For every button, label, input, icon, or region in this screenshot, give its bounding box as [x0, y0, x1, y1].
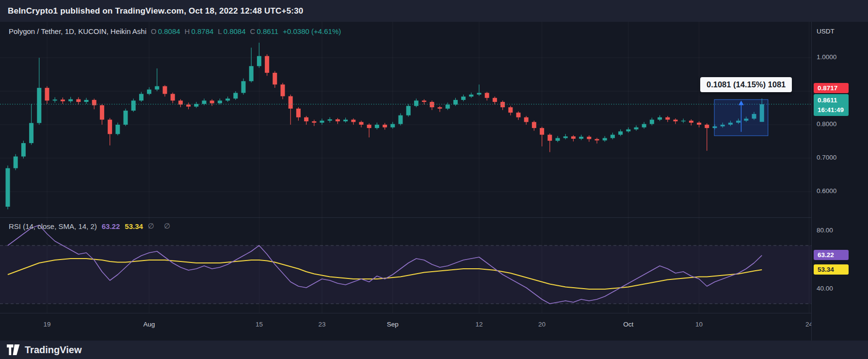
price-tick-0.8000: 0.8000	[817, 120, 836, 128]
tradingview-published-chart: BeInCrypto1 published on TradingView.com…	[0, 0, 868, 359]
price-pane[interactable]	[0, 22, 811, 217]
candle	[547, 135, 552, 141]
candle	[225, 98, 230, 100]
candle	[84, 100, 89, 102]
candle	[485, 93, 489, 98]
rsi-sma-value: 53.34	[125, 222, 143, 230]
measurement-label[interactable]: 0.1081 (14.15%) 1081	[700, 77, 792, 92]
footer: TradingView	[0, 341, 868, 359]
candle	[587, 137, 591, 139]
rsi-pane[interactable]	[0, 217, 811, 313]
candle	[658, 117, 662, 120]
price-axis[interactable]: USDT 0.8717 0.8611 16:41:49 63.22 53.34 …	[811, 22, 868, 341]
candle	[469, 95, 473, 97]
candle	[446, 105, 450, 109]
candle	[430, 102, 434, 107]
time-tick-19: 19	[43, 321, 50, 328]
candle	[265, 56, 269, 73]
candle	[320, 121, 324, 123]
candle	[595, 139, 599, 141]
candle	[343, 120, 348, 121]
rsi-title[interactable]: RSI (14, close, SMA, 14, 2)	[9, 222, 97, 230]
candle	[328, 119, 332, 121]
symbol-title[interactable]: Polygon / Tether, 1D, KUCOIN, Heikin Ash…	[9, 27, 146, 35]
high-value: 0.8784	[191, 27, 213, 35]
tradingview-logo-icon[interactable]	[7, 344, 20, 356]
time-tick-10: 10	[695, 321, 703, 328]
candle	[289, 96, 293, 109]
time-tick-23: 23	[318, 321, 325, 328]
time-tick-12: 12	[475, 321, 482, 328]
time-tick-aug: Aug	[144, 321, 155, 328]
candle	[186, 105, 191, 107]
candle	[500, 102, 505, 107]
candle	[414, 100, 418, 106]
candle	[532, 122, 536, 128]
candle	[249, 66, 254, 81]
candle	[390, 124, 395, 128]
tradingview-wordmark[interactable]: TradingView	[25, 344, 81, 356]
candle	[681, 121, 686, 122]
time-axis[interactable]: 19Aug1523Sep1220Oct1024	[0, 313, 811, 341]
candle	[257, 56, 261, 66]
candle	[210, 100, 214, 103]
candle	[233, 93, 238, 98]
candle	[375, 125, 379, 128]
price-tick-1.0000: 1.0000	[817, 53, 836, 61]
candle	[359, 122, 364, 125]
candle	[45, 88, 49, 100]
candle	[556, 138, 560, 141]
candle	[642, 124, 646, 128]
symbol-legend: Polygon / Tether, 1D, KUCOIN, Heikin Ash…	[9, 27, 341, 35]
current-price-value: 0.8611	[818, 96, 845, 105]
time-tick-15: 15	[256, 321, 263, 328]
close-label: C	[250, 27, 256, 35]
rsi-badge: 63.22	[814, 250, 849, 260]
candle	[202, 100, 207, 104]
candle	[37, 88, 41, 123]
close-value: 0.8611	[257, 27, 278, 35]
low-value: 0.8084	[224, 27, 246, 35]
price-tick-0.7000: 0.7000	[817, 154, 836, 161]
candle	[100, 105, 104, 120]
candle	[336, 119, 340, 121]
candle	[273, 73, 277, 84]
candle	[634, 128, 639, 130]
low-label: L	[218, 27, 222, 35]
candle	[399, 115, 403, 124]
candle	[139, 94, 144, 101]
candle	[611, 135, 615, 138]
candle	[705, 125, 709, 128]
candle	[422, 100, 426, 102]
publish-banner-text: BeInCrypto1 published on TradingView.com…	[8, 6, 303, 16]
time-tick-20: 20	[538, 321, 546, 328]
current-price-badge: 0.8611 16:41:49	[814, 94, 849, 116]
candle	[477, 93, 482, 94]
candle	[108, 120, 112, 134]
chart-area: Polygon / Tether, 1D, KUCOIN, Heikin Ash…	[0, 22, 868, 341]
candle	[626, 130, 630, 131]
candle	[171, 94, 175, 101]
candle	[579, 137, 583, 139]
candle	[351, 120, 355, 122]
candle	[453, 100, 458, 105]
candle	[571, 136, 576, 139]
bar-close-countdown: 16:41:49	[818, 105, 845, 115]
candle	[540, 128, 544, 135]
candle	[697, 123, 701, 125]
change-value: +0.0380 (+4.61%)	[283, 27, 341, 35]
candle	[61, 99, 65, 101]
rsi-tick-40.00: 40.00	[817, 285, 833, 292]
rsi-hidden-bands: ∅ ∅	[148, 222, 174, 230]
rsi-sma-badge: 53.34	[814, 264, 849, 275]
candle	[618, 131, 623, 135]
candle	[147, 90, 151, 94]
candle	[524, 117, 529, 122]
rsi-tick-80.00: 80.00	[817, 227, 833, 234]
candle	[438, 107, 442, 109]
high-label: H	[185, 27, 190, 35]
candle	[674, 120, 678, 121]
time-tick-24: 24	[805, 321, 811, 328]
candle	[461, 97, 466, 100]
candle	[155, 86, 159, 90]
